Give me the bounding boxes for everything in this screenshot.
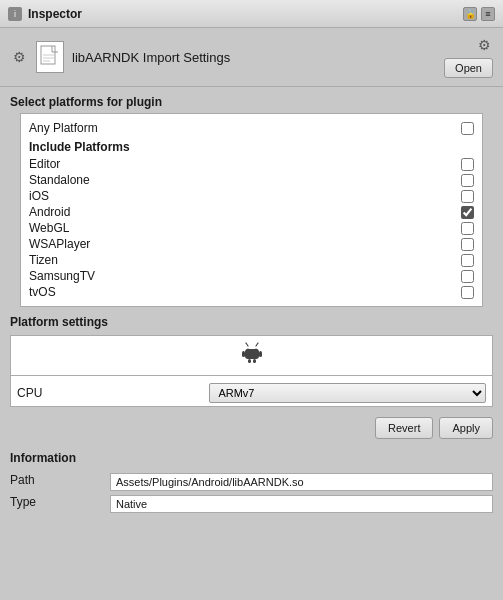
platform-label-tvos: tvOS: [29, 285, 56, 299]
platform-checkbox-tvos[interactable]: [461, 286, 474, 299]
any-platform-label: Any Platform: [29, 121, 98, 135]
file-header: ⚙ libAARNDK Import Settings ⚙ Open: [0, 28, 503, 87]
platform-row-ios: iOS: [29, 188, 474, 204]
android-robot-icon: [241, 342, 263, 369]
platform-row-tvos: tvOS: [29, 284, 474, 300]
svg-line-12: [256, 343, 258, 346]
platform-row-webgl: WebGL: [29, 220, 474, 236]
platform-row-editor: Editor: [29, 156, 474, 172]
select-platforms-title: Select platforms for plugin: [10, 95, 493, 109]
apply-button[interactable]: Apply: [439, 417, 493, 439]
info-table: Path Assets/Plugins/Android/libAARNDK.so…: [10, 471, 493, 515]
lock-icon[interactable]: 🔒: [463, 7, 477, 21]
svg-line-11: [246, 343, 248, 346]
any-platform-row: Any Platform: [29, 120, 474, 136]
open-button[interactable]: Open: [444, 58, 493, 78]
platform-label-tizen: Tizen: [29, 253, 58, 267]
settings-gear-button[interactable]: ⚙: [475, 36, 493, 54]
title-bar-text: Inspector: [28, 7, 82, 21]
cpu-row: CPU ARMv7 ARM64 x86 FAT (ARMv7 + x86): [11, 380, 492, 406]
svg-rect-10: [253, 359, 256, 363]
title-bar: i Inspector 🔒 ≡: [0, 0, 503, 28]
file-icon: [36, 41, 64, 73]
svg-rect-9: [248, 359, 251, 363]
svg-rect-7: [242, 351, 245, 357]
platform-checkbox-samsungtv[interactable]: [461, 270, 474, 283]
title-bar-controls: 🔒 ≡: [463, 7, 495, 21]
platform-checkbox-ios[interactable]: [461, 190, 474, 203]
file-title: libAARNDK Import Settings: [72, 50, 230, 65]
any-platform-checkbox[interactable]: [461, 122, 474, 135]
platform-row-tizen: Tizen: [29, 252, 474, 268]
gear-button[interactable]: ⚙: [10, 48, 28, 66]
platform-checkbox-editor[interactable]: [461, 158, 474, 171]
include-platforms-label: Include Platforms: [29, 140, 474, 154]
android-icon-row: [11, 336, 492, 376]
platform-checkbox-android[interactable]: [461, 206, 474, 219]
platform-checkbox-wsaplayer[interactable]: [461, 238, 474, 251]
path-row: Path Assets/Plugins/Android/libAARNDK.so: [10, 471, 493, 493]
buttons-row: Revert Apply: [0, 411, 503, 445]
file-info: libAARNDK Import Settings: [36, 41, 230, 73]
cpu-label: CPU: [11, 380, 203, 406]
platform-label-editor: Editor: [29, 157, 60, 171]
type-label: Type: [10, 493, 110, 515]
path-label: Path: [10, 471, 110, 493]
platform-checkbox-webgl[interactable]: [461, 222, 474, 235]
platform-settings-title: Platform settings: [10, 315, 493, 329]
platform-label-standalone: Standalone: [29, 173, 90, 187]
platform-label-ios: iOS: [29, 189, 49, 203]
information-section: Information Path Assets/Plugins/Android/…: [0, 445, 503, 521]
platform-row-android: Android: [29, 204, 474, 220]
platform-label-android: Android: [29, 205, 70, 219]
information-title: Information: [10, 451, 493, 465]
platform-label-samsungtv: SamsungTV: [29, 269, 95, 283]
cpu-select[interactable]: ARMv7 ARM64 x86 FAT (ARMv7 + x86): [209, 383, 486, 403]
platforms-section: Any Platform Include Platforms Editor St…: [20, 113, 483, 307]
path-value: Assets/Plugins/Android/libAARNDK.so: [110, 473, 493, 491]
select-platforms-wrapper: Select platforms for plugin Any Platform…: [0, 87, 503, 307]
platform-checkbox-standalone[interactable]: [461, 174, 474, 187]
platform-label-webgl: WebGL: [29, 221, 69, 235]
inspector-icon: i: [8, 7, 22, 21]
menu-icon[interactable]: ≡: [481, 7, 495, 21]
svg-rect-8: [259, 351, 262, 357]
platform-label-wsaplayer: WSAPlayer: [29, 237, 90, 251]
settings-table: CPU ARMv7 ARM64 x86 FAT (ARMv7 + x86): [11, 380, 492, 406]
svg-rect-6: [245, 349, 259, 359]
platform-settings-section: Platform settings CPU: [0, 307, 503, 411]
platform-checkbox-tizen[interactable]: [461, 254, 474, 267]
revert-button[interactable]: Revert: [375, 417, 433, 439]
type-row: Type Native: [10, 493, 493, 515]
platform-row-samsungtv: SamsungTV: [29, 268, 474, 284]
platform-row-wsaplayer: WSAPlayer: [29, 236, 474, 252]
platform-row-standalone: Standalone: [29, 172, 474, 188]
type-value: Native: [110, 495, 493, 513]
